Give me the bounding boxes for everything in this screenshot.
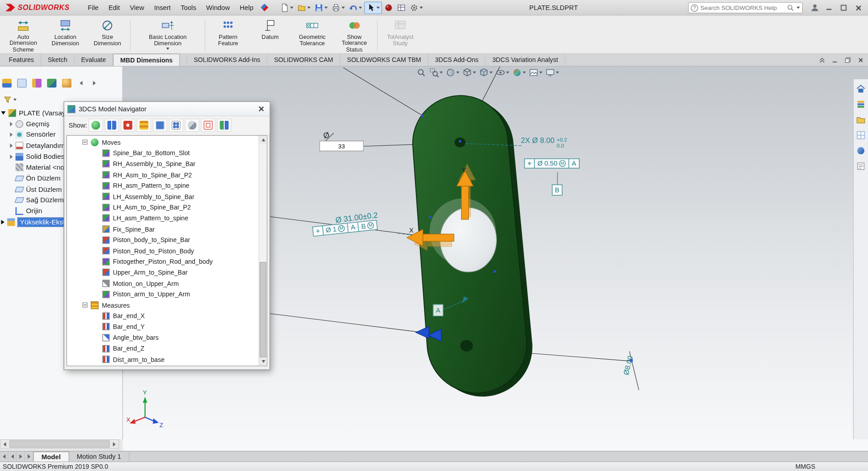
doc-minimize-button[interactable] bbox=[829, 55, 840, 65]
chevron-down-icon[interactable] bbox=[556, 71, 559, 74]
collapse-icon[interactable] bbox=[82, 140, 87, 145]
tab-features[interactable]: Features bbox=[2, 54, 41, 66]
panel-scroll-left-button[interactable] bbox=[77, 79, 85, 88]
menu-edit[interactable]: Edit bbox=[104, 1, 125, 14]
measure-item[interactable]: Bar_end_X bbox=[67, 310, 258, 321]
select-tool-button[interactable] bbox=[364, 1, 382, 14]
dimension-edit-field[interactable] bbox=[320, 141, 364, 151]
datum-button[interactable]: Datum bbox=[249, 17, 291, 53]
move-item[interactable]: Spine_Bar_to_Bottom_Slot bbox=[67, 147, 258, 158]
tab-3dcs-variation-analyst[interactable]: 3DCS Variation Analyst bbox=[486, 54, 565, 66]
location-dimension-button[interactable]: Location Dimension bbox=[44, 17, 86, 53]
menu-window[interactable]: Window bbox=[201, 1, 235, 14]
chevron-down-icon[interactable] bbox=[307, 6, 310, 9]
propertymanager-tab-icon[interactable] bbox=[17, 79, 27, 88]
show-filter-button-3[interactable] bbox=[121, 118, 135, 131]
measure-item[interactable]: Bar_end_Y bbox=[67, 321, 258, 332]
move-item[interactable]: Fix_Spine_Bar bbox=[67, 224, 258, 234]
chevron-down-icon[interactable] bbox=[13, 98, 16, 100]
measure-item[interactable]: Angle_btw_bars bbox=[67, 332, 258, 343]
motion-study-tab[interactable]: Motion Study 1 bbox=[69, 452, 130, 461]
chevron-down-icon[interactable] bbox=[359, 6, 362, 9]
file-properties-button[interactable] bbox=[395, 1, 407, 14]
chevron-down-icon[interactable] bbox=[324, 6, 327, 9]
tab-evaluate[interactable]: Evaluate bbox=[75, 54, 113, 66]
chevron-down-icon[interactable] bbox=[376, 6, 379, 9]
basic-location-dimension-button[interactable]: Basic Location Dimension bbox=[132, 17, 203, 53]
search-input[interactable] bbox=[700, 5, 784, 11]
move-item[interactable]: Upper_Arm_to_Spine_Bar bbox=[67, 267, 258, 278]
minimize-button[interactable] bbox=[823, 2, 836, 14]
featuremanager-tab-icon[interactable] bbox=[2, 79, 12, 88]
measure-item[interactable]: Bar_end_Z bbox=[67, 343, 258, 354]
search-icon[interactable] bbox=[787, 4, 794, 12]
open-button[interactable] bbox=[296, 1, 312, 14]
displaymanager-tab-icon[interactable] bbox=[62, 79, 71, 88]
zoom-area-button[interactable] bbox=[429, 67, 443, 77]
expander-icon[interactable] bbox=[10, 143, 13, 148]
print-button[interactable] bbox=[330, 1, 347, 14]
view-palette-icon[interactable] bbox=[856, 130, 866, 140]
hide-show-items-button[interactable] bbox=[495, 67, 509, 77]
appearances-icon[interactable] bbox=[856, 146, 866, 156]
move-item[interactable]: Motion_on_Upper_Arm bbox=[67, 278, 258, 289]
chevron-down-icon[interactable] bbox=[506, 71, 509, 74]
chevron-down-icon[interactable] bbox=[456, 71, 459, 74]
tab-mbd-dimensions[interactable]: MBD Dimensions bbox=[113, 54, 180, 66]
show-filter-button-9[interactable] bbox=[217, 118, 231, 131]
view-orientation-button[interactable] bbox=[462, 67, 476, 77]
expander-icon[interactable] bbox=[10, 122, 13, 126]
units-indicator[interactable]: MMGS bbox=[796, 463, 816, 470]
chevron-down-icon[interactable] bbox=[290, 6, 293, 9]
section-view-button[interactable] bbox=[446, 67, 460, 77]
expander-icon[interactable] bbox=[1, 220, 4, 224]
chevron-down-icon[interactable] bbox=[341, 6, 344, 9]
hole-callout[interactable]: 2X Ø 8.00+0.20.0 bbox=[521, 136, 567, 148]
scroll-up-button[interactable] bbox=[259, 136, 267, 144]
navigator-tree[interactable]: Moves Spine_Bar_to_Bottom_Slot RH_Assemb… bbox=[66, 135, 267, 366]
chevron-down-icon[interactable] bbox=[420, 6, 423, 9]
chevron-down-icon[interactable] bbox=[473, 71, 476, 74]
move-item[interactable]: Piston_body_to_Spine_Bar bbox=[67, 234, 258, 245]
edit-appearance-button[interactable] bbox=[512, 67, 526, 77]
feature-control-frame-top[interactable]: ⌖ Ø 0.50M A bbox=[524, 158, 580, 168]
new-document-button[interactable] bbox=[278, 1, 295, 14]
scroll-down-button[interactable] bbox=[259, 357, 267, 366]
dialog-close-button[interactable] bbox=[255, 103, 266, 114]
move-item[interactable]: LH_asm_Pattern_to_spine bbox=[67, 213, 258, 224]
geometric-tolerance-button[interactable]: Geometric Tolerance bbox=[291, 17, 333, 53]
move-item[interactable]: Piston_Rod_to_Piston_Body bbox=[67, 245, 258, 256]
display-style-button[interactable] bbox=[479, 67, 493, 77]
tab-3dcs-add-ons[interactable]: 3DCS Add-Ons bbox=[428, 54, 486, 66]
expander-icon[interactable] bbox=[10, 133, 13, 137]
user-account-button[interactable] bbox=[808, 2, 821, 14]
size-dimension-button[interactable]: Size Dimension bbox=[86, 17, 128, 53]
show-filter-button-4[interactable] bbox=[137, 118, 151, 131]
tab-solidworks-add-ins[interactable]: SOLIDWORKS Add-Ins bbox=[187, 54, 268, 66]
chevron-down-icon[interactable] bbox=[539, 71, 542, 74]
move-item[interactable]: RH_asm_Pattern_to_spine bbox=[67, 180, 258, 191]
navigator-tree-scrollbar[interactable] bbox=[259, 136, 267, 366]
last-tab-button[interactable] bbox=[25, 452, 33, 461]
maximize-button[interactable] bbox=[837, 2, 850, 14]
chevron-down-icon[interactable] bbox=[523, 71, 526, 74]
prev-tab-button[interactable] bbox=[8, 452, 16, 461]
scrollbar-thumb[interactable] bbox=[259, 262, 266, 357]
scroll-left-button[interactable] bbox=[0, 440, 9, 448]
model-navigator-dialog[interactable]: 3DCS Model Navigator Show: Moves Spine_B… bbox=[64, 101, 270, 370]
move-item[interactable]: RH_Asm_to_Spine_Bar_P2 bbox=[67, 169, 258, 180]
next-tab-button[interactable] bbox=[17, 452, 25, 461]
pattern-feature-button[interactable]: Pattern Feature bbox=[207, 17, 249, 53]
bottom-hole[interactable] bbox=[460, 340, 473, 352]
chevron-down-icon[interactable] bbox=[797, 7, 800, 9]
tab-solidworks-cam-tbm[interactable]: SOLIDWORKS CAM TBM bbox=[340, 54, 429, 66]
options-button[interactable] bbox=[408, 1, 425, 14]
help-search-box[interactable] bbox=[688, 2, 802, 13]
undo-button[interactable] bbox=[347, 1, 364, 14]
chevron-down-icon[interactable] bbox=[489, 71, 492, 74]
collapse-ribbon-button[interactable] bbox=[816, 55, 827, 65]
expander-open-icon[interactable] bbox=[1, 111, 5, 114]
rebuild-button[interactable] bbox=[382, 1, 395, 14]
move-item[interactable]: Fixtogether_Piston_Rod_and_body bbox=[67, 256, 258, 267]
show-filter-button-5[interactable] bbox=[153, 118, 167, 131]
